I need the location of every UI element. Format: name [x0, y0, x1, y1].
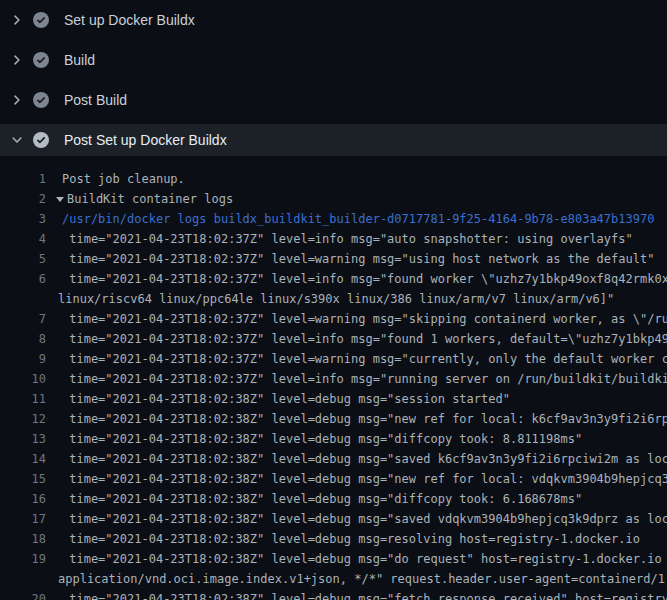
- steps-list: Set up Docker Buildx Build Post Build Po…: [0, 0, 667, 156]
- line-number[interactable]: 14: [0, 449, 46, 469]
- log-row: 7 time="2021-04-23T18:02:37Z" level=warn…: [0, 309, 667, 329]
- log-text: time="2021-04-23T18:02:38Z" level=debug …: [62, 509, 667, 529]
- chevron-right-icon[interactable]: [10, 93, 24, 107]
- log-text: time="2021-04-23T18:02:38Z" level=debug …: [62, 409, 667, 429]
- log-row: 10 time="2021-04-23T18:02:37Z" level=inf…: [0, 369, 667, 389]
- log-row: 3 /usr/bin/docker logs buildx_buildkit_b…: [0, 209, 667, 229]
- log-text: time="2021-04-23T18:02:37Z" level=warnin…: [62, 249, 654, 269]
- log-text: time="2021-04-23T18:02:37Z" level=info m…: [62, 329, 667, 349]
- line-number: [0, 569, 46, 589]
- line-number[interactable]: 10: [0, 369, 46, 389]
- line-number[interactable]: 16: [0, 489, 46, 509]
- step-name: Build: [64, 52, 95, 68]
- line-number: [0, 289, 46, 309]
- line-number[interactable]: 12: [0, 409, 46, 429]
- log-row: 20 time="2021-04-23T18:02:38Z" level=deb…: [0, 589, 667, 600]
- step-row-post-build[interactable]: Post Build: [0, 80, 667, 120]
- log-row: linux/riscv64 linux/ppc64le linux/s390x …: [0, 289, 667, 309]
- log-row: 19 time="2021-04-23T18:02:38Z" level=deb…: [0, 549, 667, 569]
- line-number[interactable]: 3: [0, 209, 46, 229]
- log-row: 12 time="2021-04-23T18:02:38Z" level=deb…: [0, 409, 667, 429]
- log-row: 9 time="2021-04-23T18:02:37Z" level=warn…: [0, 349, 667, 369]
- log-text: time="2021-04-23T18:02:37Z" level=warnin…: [62, 309, 667, 329]
- line-number[interactable]: 9: [0, 349, 46, 369]
- log-row: 6 time="2021-04-23T18:02:37Z" level=info…: [0, 269, 667, 289]
- log-row: 8 time="2021-04-23T18:02:37Z" level=info…: [0, 329, 667, 349]
- log-row: 14 time="2021-04-23T18:02:38Z" level=deb…: [0, 449, 667, 469]
- check-circle-icon: [33, 132, 49, 148]
- check-circle-icon: [33, 12, 49, 28]
- log-text: time="2021-04-23T18:02:37Z" level=info m…: [62, 229, 633, 249]
- log-text: application/vnd.oci.image.index.v1+json,…: [58, 569, 667, 589]
- log-row: 16 time="2021-04-23T18:02:38Z" level=deb…: [0, 489, 667, 509]
- log-text: time="2021-04-23T18:02:38Z" level=debug …: [62, 529, 640, 549]
- chevron-right-icon[interactable]: [10, 53, 24, 67]
- log-text: time="2021-04-23T18:02:38Z" level=debug …: [62, 469, 667, 489]
- check-circle-icon: [33, 92, 49, 108]
- line-number[interactable]: 4: [0, 229, 46, 249]
- line-number[interactable]: 1: [0, 169, 46, 189]
- log-row: 15 time="2021-04-23T18:02:38Z" level=deb…: [0, 469, 667, 489]
- command-text: /usr/bin/docker logs buildx_buildkit_bui…: [62, 209, 654, 229]
- log-text: time="2021-04-23T18:02:38Z" level=debug …: [62, 429, 582, 449]
- line-number[interactable]: 13: [0, 429, 46, 449]
- chevron-down-icon[interactable]: [10, 133, 24, 147]
- log-text: linux/riscv64 linux/ppc64le linux/s390x …: [58, 289, 614, 309]
- step-name: Set up Docker Buildx: [64, 12, 195, 28]
- line-number[interactable]: 18: [0, 529, 46, 549]
- line-number[interactable]: 11: [0, 389, 46, 409]
- log-text: time="2021-04-23T18:02:37Z" level=info m…: [62, 369, 667, 389]
- line-number[interactable]: 7: [0, 309, 46, 329]
- log-text: time="2021-04-23T18:02:37Z" level=info m…: [62, 269, 667, 289]
- log-row: 13 time="2021-04-23T18:02:38Z" level=deb…: [0, 429, 667, 449]
- step-name: Post Set up Docker Buildx: [64, 132, 227, 148]
- log-row: 5 time="2021-04-23T18:02:37Z" level=warn…: [0, 249, 667, 269]
- job-log-viewer: Set up Docker Buildx Build Post Build Po…: [0, 0, 667, 600]
- step-name: Post Build: [64, 92, 127, 108]
- step-row-build[interactable]: Build: [0, 40, 667, 80]
- log-text: time="2021-04-23T18:02:38Z" level=debug …: [62, 589, 667, 600]
- log-text: time="2021-04-23T18:02:38Z" level=debug …: [62, 449, 667, 469]
- log-row: 11 time="2021-04-23T18:02:38Z" level=deb…: [0, 389, 667, 409]
- line-number[interactable]: 15: [0, 469, 46, 489]
- log-text: Post job cleanup.: [62, 169, 185, 189]
- group-caret-icon[interactable]: [56, 197, 64, 202]
- line-number[interactable]: 5: [0, 249, 46, 269]
- log-text: time="2021-04-23T18:02:38Z" level=debug …: [62, 549, 667, 569]
- log-row: 18 time="2021-04-23T18:02:38Z" level=deb…: [0, 529, 667, 549]
- line-number[interactable]: 20: [0, 589, 46, 600]
- log-row: 2 BuildKit container logs: [0, 189, 667, 209]
- line-number[interactable]: 2: [0, 189, 46, 209]
- line-number[interactable]: 6: [0, 269, 46, 289]
- log-lines: 1 Post job cleanup. 2 BuildKit container…: [0, 160, 667, 600]
- log-text[interactable]: BuildKit container logs: [62, 189, 233, 209]
- log-text: time="2021-04-23T18:02:38Z" level=debug …: [62, 489, 582, 509]
- check-circle-icon: [33, 52, 49, 68]
- log-row: application/vnd.oci.image.index.v1+json,…: [0, 569, 667, 589]
- step-row-set-up-docker-buildx[interactable]: Set up Docker Buildx: [0, 0, 667, 40]
- log-row: 17 time="2021-04-23T18:02:38Z" level=deb…: [0, 509, 667, 529]
- log-row: 1 Post job cleanup.: [0, 169, 667, 189]
- group-label[interactable]: BuildKit container logs: [67, 192, 233, 206]
- chevron-right-icon[interactable]: [10, 13, 24, 27]
- step-row-post-set-up-docker-buildx[interactable]: Post Set up Docker Buildx: [0, 124, 667, 156]
- log-text: time="2021-04-23T18:02:37Z" level=warnin…: [62, 349, 667, 369]
- log-row: 4 time="2021-04-23T18:02:37Z" level=info…: [0, 229, 667, 249]
- line-number[interactable]: 19: [0, 549, 46, 569]
- log-text: time="2021-04-23T18:02:38Z" level=debug …: [62, 389, 510, 409]
- line-number[interactable]: 8: [0, 329, 46, 349]
- line-number[interactable]: 17: [0, 509, 46, 529]
